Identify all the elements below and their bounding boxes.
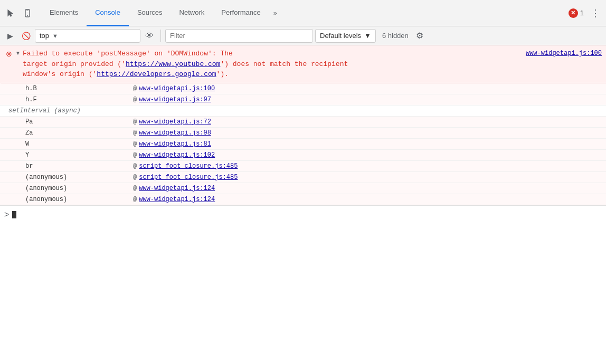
levels-arrow-icon: ▼: [364, 32, 371, 40]
devtools-toolbar: Elements Console Sources Network Perform…: [0, 0, 606, 26]
svg-point-2: [27, 15, 28, 16]
stack-function-name: Za: [25, 129, 131, 137]
filter-input[interactable]: [165, 29, 313, 43]
clear-button[interactable]: 🚫: [19, 29, 33, 43]
stack-function-name: (anonymous): [25, 196, 131, 203]
error-icon: ✕: [569, 8, 578, 18]
stack-function-name: h.B: [25, 85, 131, 92]
console-toolbar: ▶ 🚫 top ▼ 👁 Default levels ▼ 6 hidden ⚙: [0, 26, 606, 45]
stack-function-name: br: [25, 162, 131, 170]
levels-label: Default levels: [320, 32, 361, 40]
eye-icon[interactable]: 👁: [143, 29, 156, 43]
error-count: 1: [580, 9, 584, 17]
stack-at: @: [133, 140, 137, 148]
stack-function-name: (anonymous): [25, 185, 131, 192]
stack-row: (anonymous) @ www-widgetapi.js:124: [0, 183, 606, 194]
devtools-settings-icon[interactable]: ⋮: [588, 6, 603, 21]
hidden-count: 6 hidden: [382, 32, 409, 40]
stack-source-link[interactable]: www-widgetapi.js:97: [139, 96, 211, 103]
stack-row: Pa @ www-widgetapi.js:72: [0, 117, 606, 128]
tab-network[interactable]: Network: [171, 0, 213, 26]
stack-at: @: [133, 185, 137, 192]
stack-row: (anonymous) @ www-widgetapi.js:124: [0, 194, 606, 205]
stack-function-name: (anonymous): [25, 174, 131, 181]
stack-source-link[interactable]: script_foot_closure.js:485: [139, 162, 238, 170]
stack-at: @: [133, 162, 137, 170]
stack-row: br @ script_foot_closure.js:485: [0, 161, 606, 172]
toolbar-icon-group: [3, 6, 35, 21]
stack-source-link[interactable]: www-widgetapi.js:124: [139, 196, 215, 203]
stack-row: (anonymous) @ script_foot_closure.js:485: [0, 172, 606, 183]
console-settings-icon[interactable]: ⚙: [413, 29, 427, 43]
error-badge: ✕ 1: [569, 8, 584, 18]
google-link[interactable]: https://developers.google.com: [97, 70, 216, 78]
stack-at: @: [133, 85, 137, 92]
stack-function-name: W: [25, 140, 131, 148]
error-message: Failed to execute 'postMessage' on 'DOMW…: [23, 49, 522, 80]
stack-source-link[interactable]: www-widgetapi.js:72: [139, 118, 211, 126]
divider: [160, 30, 161, 42]
stack-source-link[interactable]: www-widgetapi.js:98: [139, 129, 211, 137]
prompt-chevron-icon: >: [4, 210, 9, 219]
stack-trace: h.B @ www-widgetapi.js:100h.F @ www-widg…: [0, 83, 606, 205]
context-select[interactable]: top ▼: [35, 29, 140, 43]
error-the: The: [220, 50, 232, 58]
stack-at: @: [133, 196, 137, 203]
stack-row: W @ www-widgetapi.js:81: [0, 139, 606, 150]
error-circle-icon: ⊗: [6, 50, 12, 58]
tab-more[interactable]: »: [269, 0, 281, 26]
levels-select[interactable]: Default levels ▼: [315, 29, 376, 43]
stack-row: Y @ www-widgetapi.js:102: [0, 150, 606, 161]
stack-at: @: [133, 151, 137, 159]
stack-source-link[interactable]: www-widgetapi.js:102: [139, 151, 215, 159]
execute-button[interactable]: ▶: [3, 29, 17, 43]
expand-arrow-icon[interactable]: ▼: [15, 50, 21, 56]
stack-source-link[interactable]: script_foot_closure.js:485: [139, 174, 238, 181]
tab-sources[interactable]: Sources: [129, 0, 171, 26]
stack-at: @: [133, 129, 137, 137]
stack-source-link[interactable]: www-widgetapi.js:124: [139, 185, 215, 192]
stack-row: h.B @ www-widgetapi.js:100: [0, 83, 606, 94]
stack-at: @: [133, 118, 137, 126]
context-arrow-icon: ▼: [52, 33, 58, 39]
tab-elements[interactable]: Elements: [41, 0, 87, 26]
stack-source-link[interactable]: www-widgetapi.js:81: [139, 140, 211, 148]
stack-row: Za @ www-widgetapi.js:98: [0, 128, 606, 139]
stack-function-name: Pa: [25, 118, 131, 126]
tab-list: Elements Console Sources Network Perform…: [41, 0, 281, 26]
cursor-icon[interactable]: [3, 6, 18, 21]
stack-at: @: [133, 174, 137, 181]
stack-source-link[interactable]: www-widgetapi.js:100: [139, 85, 215, 92]
tab-console[interactable]: Console: [87, 0, 129, 26]
stack-async-row: setInterval (async): [0, 106, 606, 117]
stack-function-name: Y: [25, 151, 131, 159]
console-area: ⊗ ▼ Failed to execute 'postMessage' on '…: [0, 45, 606, 364]
error-source-link[interactable]: www-widgetapi.js:100: [526, 50, 602, 57]
mobile-icon[interactable]: [20, 6, 35, 21]
error-row: ⊗ ▼ Failed to execute 'postMessage' on '…: [0, 45, 606, 83]
youtube-link[interactable]: https://www.youtube.com: [126, 60, 220, 68]
console-content: ⊗ ▼ Failed to execute 'postMessage' on '…: [0, 45, 606, 364]
tab-performance[interactable]: Performance: [213, 0, 269, 26]
stack-at: @: [133, 96, 137, 103]
console-prompt[interactable]: >: [0, 205, 606, 224]
svg-rect-1: [26, 11, 29, 11]
stack-row: h.F @ www-widgetapi.js:97: [0, 94, 606, 106]
context-value: top: [40, 32, 49, 40]
prompt-cursor: [12, 211, 16, 218]
stack-function-name: h.F: [25, 96, 131, 103]
